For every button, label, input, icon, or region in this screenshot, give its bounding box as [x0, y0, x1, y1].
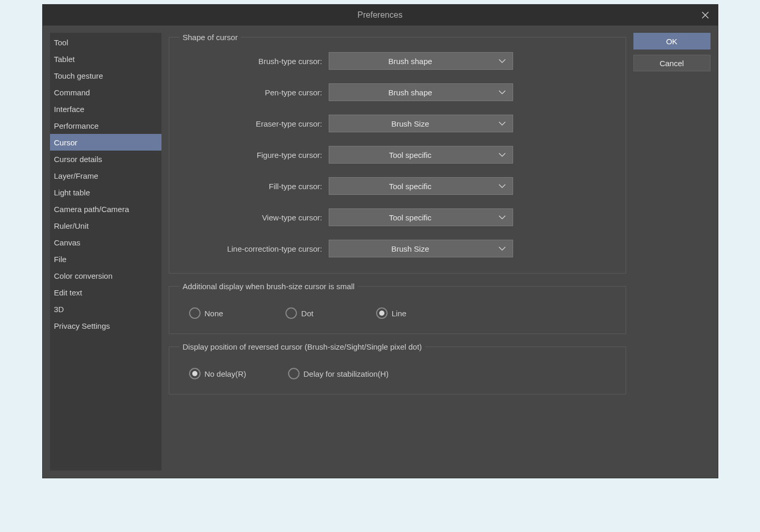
select-value: Brush Size: [329, 244, 492, 253]
form-label: Line-correction-type cursor:: [178, 244, 329, 253]
radio-option[interactable]: Dot: [285, 307, 313, 319]
form-row: Eraser-type cursor:Brush Size: [178, 115, 617, 132]
sidebar-item[interactable]: 3D: [50, 301, 161, 317]
form-label: Eraser-type cursor:: [178, 119, 329, 128]
radio-indicator: [288, 368, 300, 379]
select-value: Brush Size: [329, 119, 492, 128]
form-row: Brush-type cursor:Brush shape: [178, 52, 617, 70]
sidebar-item[interactable]: Touch gesture: [50, 67, 161, 84]
close-button[interactable]: [697, 7, 714, 23]
form-label: Brush-type cursor:: [178, 57, 329, 66]
select-value: Brush shape: [329, 88, 492, 97]
sidebar-item[interactable]: Interface: [50, 101, 161, 117]
form-label: Pen-type cursor:: [178, 88, 329, 97]
radio-indicator: [376, 307, 388, 319]
chevron-down-icon: [492, 215, 513, 220]
radio-indicator: [285, 307, 297, 319]
form-label: View-type cursor:: [178, 213, 329, 222]
sidebar-item-label: Light table: [54, 188, 90, 197]
select-value: Tool specific: [329, 151, 492, 159]
form-row: Fill-type cursor:Tool specific: [178, 177, 617, 195]
sidebar-item[interactable]: Command: [50, 84, 161, 101]
radio-option[interactable]: Delay for stabilization(H): [288, 368, 389, 379]
sidebar-item[interactable]: Canvas: [50, 234, 161, 251]
sidebar-item[interactable]: Privacy Settings: [50, 317, 161, 334]
sidebar-item-label: Layer/Frame: [54, 171, 98, 180]
form-row: Line-correction-type cursor:Brush Size: [178, 240, 617, 257]
radio-option[interactable]: Line: [376, 307, 406, 319]
sidebar-item-label: Edit text: [54, 288, 82, 297]
close-icon: [702, 11, 709, 19]
sidebar-item[interactable]: Tool: [50, 34, 161, 51]
form-row: Pen-type cursor:Brush shape: [178, 83, 617, 101]
cursor-type-select[interactable]: Brush shape: [329, 52, 513, 70]
sidebar-item-label: Interface: [54, 105, 84, 114]
ok-button[interactable]: OK: [633, 33, 711, 50]
sidebar-item[interactable]: Tablet: [50, 51, 161, 67]
titlebar: Preferences: [43, 5, 718, 26]
cursor-type-select[interactable]: Brush shape: [329, 83, 513, 101]
group-legend: Additional display when brush-size curso…: [180, 282, 358, 291]
sidebar-item[interactable]: Layer/Frame: [50, 167, 161, 184]
sidebar-item[interactable]: Cursor: [50, 134, 161, 151]
radio-indicator: [189, 368, 201, 379]
sidebar-item-label: Touch gesture: [54, 71, 103, 80]
radio-label: No delay(R): [205, 369, 246, 378]
preferences-window: Preferences ToolTabletTouch gestureComma…: [42, 4, 718, 478]
radio-indicator: [189, 307, 201, 319]
sidebar-item-label: Privacy Settings: [54, 321, 110, 330]
form-row: Figure-type cursor:Tool specific: [178, 146, 617, 164]
sidebar-item-label: 3D: [54, 305, 64, 314]
sidebar-item[interactable]: Ruler/Unit: [50, 217, 161, 234]
radio-label: None: [205, 309, 223, 318]
sidebar-item-label: Camera path/Camera: [54, 205, 129, 214]
sidebar-item[interactable]: File: [50, 251, 161, 267]
sidebar-item-label: File: [54, 255, 67, 264]
cursor-type-select[interactable]: Tool specific: [329, 208, 513, 226]
dialog-buttons: OK Cancel: [633, 33, 711, 471]
cursor-type-select[interactable]: Tool specific: [329, 146, 513, 164]
sidebar-item-label: Command: [54, 88, 90, 97]
group-shape-of-cursor: Shape of cursor Brush-type cursor:Brush …: [169, 33, 626, 274]
form-label: Figure-type cursor:: [178, 151, 329, 159]
group-additional-display: Additional display when brush-size curso…: [169, 282, 626, 334]
radio-label: Line: [392, 309, 406, 318]
sidebar-item-label: Ruler/Unit: [54, 221, 89, 230]
main-panel: Shape of cursor Brush-type cursor:Brush …: [169, 33, 626, 471]
cursor-type-select[interactable]: Brush Size: [329, 115, 513, 132]
sidebar-item-label: Canvas: [54, 238, 81, 247]
form-label: Fill-type cursor:: [178, 182, 329, 191]
select-value: Brush shape: [329, 57, 492, 66]
group-legend: Display position of reversed cursor (Bru…: [180, 342, 425, 351]
radio-option[interactable]: No delay(R): [189, 368, 246, 379]
sidebar-item[interactable]: Cursor details: [50, 151, 161, 167]
chevron-down-icon: [492, 152, 513, 157]
form-row: View-type cursor:Tool specific: [178, 208, 617, 226]
chevron-down-icon: [492, 183, 513, 189]
sidebar-item-label: Tablet: [54, 55, 75, 64]
sidebar-item[interactable]: Performance: [50, 117, 161, 134]
cursor-type-select[interactable]: Brush Size: [329, 240, 513, 257]
sidebar-item[interactable]: Color conversion: [50, 267, 161, 284]
sidebar-item-label: Cursor details: [54, 155, 103, 164]
sidebar-item[interactable]: Edit text: [50, 284, 161, 301]
chevron-down-icon: [492, 90, 513, 95]
radio-label: Delay for stabilization(H): [304, 369, 389, 378]
window-title: Preferences: [357, 10, 402, 20]
chevron-down-icon: [492, 58, 513, 64]
select-value: Tool specific: [329, 213, 492, 222]
sidebar: ToolTabletTouch gestureCommandInterfaceP…: [50, 33, 161, 471]
select-value: Tool specific: [329, 182, 492, 191]
chevron-down-icon: [492, 121, 513, 126]
content: ToolTabletTouch gestureCommandInterfaceP…: [43, 26, 718, 478]
cursor-type-select[interactable]: Tool specific: [329, 177, 513, 195]
sidebar-item-label: Tool: [54, 38, 69, 47]
sidebar-item[interactable]: Camera path/Camera: [50, 201, 161, 217]
sidebar-item-label: Performance: [54, 121, 99, 130]
sidebar-item-label: Cursor: [54, 138, 78, 147]
group-legend: Shape of cursor: [180, 33, 241, 42]
chevron-down-icon: [492, 246, 513, 251]
cancel-button[interactable]: Cancel: [633, 55, 711, 71]
sidebar-item[interactable]: Light table: [50, 184, 161, 201]
radio-option[interactable]: None: [189, 307, 223, 319]
